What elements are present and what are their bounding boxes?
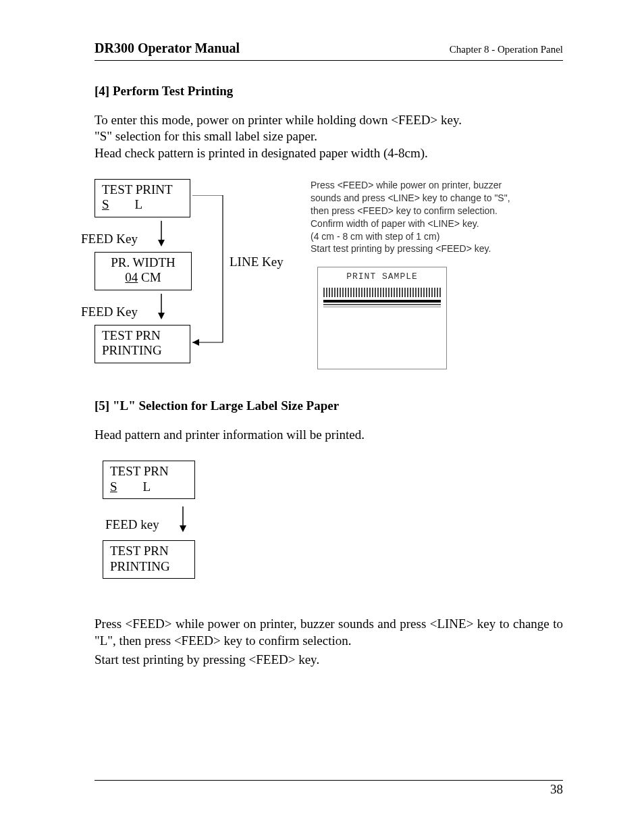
line-key-label: LINE Key (230, 255, 284, 269)
lcd3-line2: PRINTING (102, 343, 162, 357)
section4-line1: To enter this mode, power on printer whi… (95, 113, 462, 127)
page-footer: 38 (95, 780, 563, 797)
lcd5-1-line1: TEST PRN (110, 464, 169, 478)
section4-line2: "S" selection for this small label size … (95, 129, 317, 143)
chapter-label: Chapter 8 - Operation Panel (450, 44, 563, 55)
section5-para3: Start test printing by pressing <FEED> k… (95, 652, 563, 668)
notes3: (4 cm - 8 cm with step of 1 cm) (311, 231, 439, 242)
arrow-down-icon (177, 506, 189, 533)
section5-diagram: TEST PRN S L FEED key TEST PRN PRINTING (103, 461, 563, 596)
bracket-line-icon (192, 195, 233, 347)
print-sample-pattern (323, 288, 441, 311)
lcd-test-prn-printing: TEST PRN PRINTING (95, 325, 190, 363)
lcd3-line1: TEST PRN (102, 328, 161, 342)
svg-marker-1 (158, 240, 165, 246)
print-sample-box: PRINT SAMPLE (317, 267, 447, 369)
svg-marker-6 (180, 525, 186, 532)
header-rule (95, 60, 563, 61)
page-header: DR300 Operator Manual Chapter 8 - Operat… (95, 41, 563, 56)
feed-key-label-2: FEED Key (81, 305, 138, 319)
print-sample-title: PRINT SAMPLE (318, 271, 446, 282)
page: DR300 Operator Manual Chapter 8 - Operat… (0, 0, 644, 834)
lcd5-1-s: S (110, 479, 117, 494)
lcd2-unit: CM (138, 270, 161, 284)
arrow-down-icon (155, 294, 167, 321)
manual-title: DR300 Operator Manual (95, 41, 240, 56)
section5-para2: Press <FEED> while power on printer, buz… (95, 616, 563, 649)
svg-marker-4 (192, 339, 199, 346)
lcd2-val: 04 (125, 270, 138, 284)
lcd-test-prn-sl: TEST PRN S L (103, 461, 195, 499)
lcd1-l: L (135, 197, 143, 211)
lcd5-2-line1: TEST PRN (110, 544, 169, 558)
notes1: Press <FEED> while power on printer, buz… (311, 180, 510, 216)
section4-heading: [4] Perform Test Printing (95, 84, 563, 99)
section4-line3: Head check pattern is printed in designa… (95, 146, 428, 160)
lcd-pr-width: PR. WIDTH 04 CM (95, 252, 192, 290)
section5-para1: Head pattern and printer information wil… (95, 427, 563, 443)
lcd1-line1: TEST PRINT (102, 182, 173, 197)
section4-text: To enter this mode, power on printer whi… (95, 112, 563, 161)
notes4: Start test printing by pressing <FEED> k… (311, 243, 491, 254)
svg-marker-3 (158, 313, 165, 319)
lcd-test-prn-printing-2: TEST PRN PRINTING (103, 540, 195, 579)
section5-heading: [5] "L" Selection for Large Label Size P… (95, 398, 563, 413)
page-number: 38 (95, 782, 563, 797)
lcd-test-print: TEST PRINT S L (95, 179, 190, 217)
lcd1-s: S (102, 197, 109, 211)
arrow-down-icon (155, 221, 167, 248)
feed-key-label-1: FEED Key (81, 232, 138, 246)
notes2: Confirm width of paper with <LINE> key. (311, 218, 479, 229)
section4-notes: Press <FEED> while power on printer, buz… (311, 179, 520, 255)
lcd2-line1: PR. WIDTH (111, 255, 176, 269)
lcd5-2-line2: PRINTING (110, 559, 170, 573)
lcd5-1-l: L (143, 479, 151, 494)
feed-key-label-3: FEED key (105, 517, 159, 532)
footer-rule (95, 780, 563, 781)
section4-diagram: TEST PRINT S L FEED Key PR. WIDTH 04 CM … (95, 179, 563, 382)
